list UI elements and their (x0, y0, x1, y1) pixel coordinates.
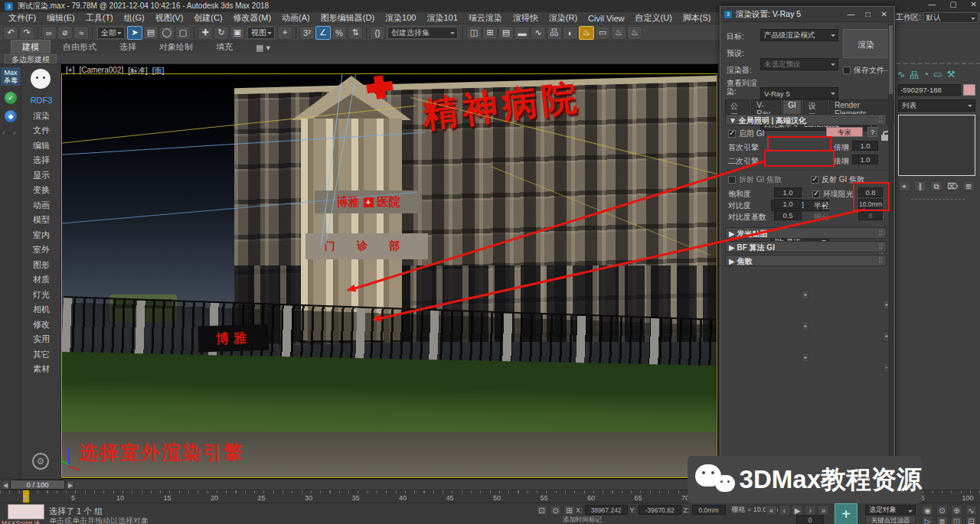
bind-spacewarp-icon[interactable]: ≈ (74, 26, 89, 40)
ribbon-tab-选择[interactable]: 选择 (109, 41, 147, 54)
angle-snap-icon[interactable]: ∠ (315, 26, 331, 40)
pin-stack-icon[interactable]: ⌖ (898, 181, 910, 191)
redo-icon[interactable]: ↷ (19, 26, 34, 40)
menu-item[interactable]: 渲染101 (421, 12, 462, 24)
modifier-stack-list[interactable] (898, 115, 975, 176)
previous-frame-icon[interactable]: ‹ (779, 505, 790, 516)
set-key-button[interactable]: + (835, 503, 858, 524)
selected-objects-dropdown[interactable]: 选定对象 (865, 505, 916, 515)
curve-editor-icon[interactable]: ∿ (531, 26, 546, 40)
viewport-menu-label[interactable]: [+] (66, 66, 74, 76)
multiplier1-field[interactable]: 1.0 (852, 141, 878, 151)
sidebar-item-灯光[interactable]: 灯光 (21, 288, 61, 303)
auto-key-icon[interactable]: ◉ (922, 505, 933, 516)
dialog-close-button[interactable]: ✕ (881, 10, 887, 18)
menu-item[interactable]: 渲染100 (380, 12, 421, 24)
play-icon[interactable]: ▶ (792, 505, 803, 516)
contrast-spinner[interactable] (802, 321, 808, 331)
menu-item[interactable]: 渲得快 (508, 12, 544, 24)
sidebar-item-材质[interactable]: 材质 (21, 272, 61, 288)
dialog-scrollbar[interactable] (888, 24, 893, 487)
multiplier2-field[interactable]: 1.0 (852, 155, 878, 164)
menu-item[interactable]: 工具(T) (80, 12, 119, 24)
move-icon[interactable]: ✚ (198, 26, 213, 40)
ribbon-tab-对象绘制[interactable]: 对象绘制 (149, 41, 204, 54)
contrast-field[interactable]: 1.0 (774, 199, 802, 209)
maximize-viewport-icon[interactable]: ⊡ (965, 516, 977, 524)
menu-item[interactable]: 文件(F) (3, 12, 41, 24)
key-filters-button[interactable]: 关键点过滤器 (865, 516, 916, 524)
selection-lock-icon[interactable]: ⊙ (550, 505, 561, 516)
configure-modifier-sets-icon[interactable]: ≣ (962, 181, 975, 191)
scale-icon[interactable]: ▣ (230, 26, 245, 40)
ribbon-tab-填充[interactable]: 填充 (205, 41, 243, 54)
selection-region-icon[interactable]: ◯ (159, 26, 175, 40)
mini-curve-editor-icon[interactable]: ∿ (965, 505, 977, 516)
time-slider-grip[interactable]: 0 / 100 (10, 480, 65, 490)
maxscript-mini-listener[interactable] (8, 504, 44, 519)
go-to-end-icon[interactable]: » (818, 505, 829, 516)
restore-button[interactable]: ▢ (949, 0, 956, 8)
camera-viewport[interactable]: [+][Camera002][标准][面] 精神病院 博雅 + 医院 门 诊 部… (61, 64, 718, 479)
menu-item[interactable]: 创建(C) (188, 12, 227, 24)
sidebar-item-变换[interactable]: 变换 (21, 183, 61, 198)
sidebar-item-素材[interactable]: 素材 (21, 362, 61, 377)
add-time-tag[interactable]: 添加时间标记 (563, 516, 602, 524)
go-to-start-icon[interactable]: « (766, 505, 777, 516)
contrast-base-field[interactable]: 0.5 (774, 210, 802, 220)
ribbon-toggle-icon[interactable]: ▬ (514, 26, 530, 40)
window-crossing-icon[interactable]: ▢ (175, 26, 191, 40)
ribbon-overflow-icon[interactable]: ▦ ▾ (245, 42, 281, 54)
ribbon-tab-自由形式[interactable]: 自由形式 (52, 41, 107, 54)
edit-named-selection-icon[interactable]: {} (370, 26, 385, 40)
shield-icon[interactable]: ◆ (5, 110, 17, 122)
object-name-field[interactable]: -590297-188 (898, 84, 961, 96)
mirror-icon[interactable]: ◫ (466, 26, 482, 40)
sidebar-item-室外[interactable]: 室外 (21, 242, 61, 258)
saturation-field[interactable]: 1.0 (774, 187, 802, 197)
select-object-icon[interactable]: ➤ (127, 26, 142, 40)
align-icon[interactable]: ⊞ (482, 26, 498, 40)
schematic-view-icon[interactable]: 品 (547, 26, 562, 40)
save-file-checkbox[interactable]: 保存文件 (843, 65, 884, 76)
modify-tab-icon[interactable]: ∿ (897, 69, 905, 82)
expert-mode-button[interactable]: 专家 (826, 127, 863, 137)
current-frame-field[interactable]: 0 (796, 515, 824, 524)
menu-item[interactable]: 渲染(R) (544, 12, 583, 24)
sidebar-item-显示[interactable]: 显示 (21, 168, 61, 184)
select-link-icon[interactable]: ∞ (41, 26, 57, 40)
polygon-modeling-button[interactable]: 多边形建模 (5, 54, 57, 63)
menu-item[interactable]: 视图(V) (150, 12, 189, 24)
dialog-minimize-button[interactable]: — (848, 10, 855, 18)
use-pivot-icon[interactable]: ⌖ (277, 26, 292, 40)
hierarchy-tab-icon[interactable]: 品 (910, 69, 919, 82)
reference-coordinate-dropdown[interactable]: 视图 (247, 27, 275, 39)
next-frame-icon[interactable]: › (805, 505, 816, 516)
sidebar-item-相机[interactable]: 相机 (21, 302, 61, 317)
plugin-logo-icon[interactable] (31, 69, 51, 89)
subdivs-field[interactable]: 8 (858, 210, 883, 220)
plugin-settings-gear-icon[interactable]: ⚙ (32, 453, 49, 470)
minimize-button[interactable]: — (928, 0, 936, 8)
menu-item[interactable]: 动画(A) (276, 12, 315, 24)
make-unique-icon[interactable]: ⧉ (930, 181, 942, 191)
menu-item[interactable]: 图形编辑器(D) (315, 12, 380, 24)
preset-dropdown[interactable]: 未选定预设 (760, 58, 838, 70)
sidebar-item-选择[interactable]: 选择 (21, 153, 61, 168)
sidebar-item-修改[interactable]: 修改 (21, 317, 61, 333)
render-button[interactable]: 渲染 (843, 29, 889, 58)
sidebar-item-RDF3[interactable]: RDF3 (21, 93, 61, 109)
rendered-frame-icon[interactable]: ▭ (595, 26, 610, 40)
ribbon-tab-建模[interactable]: 建模 (11, 40, 51, 54)
sidebar-item-实用[interactable]: 实用 (21, 332, 61, 347)
x-coordinate-field[interactable]: 38967.242 (585, 505, 628, 515)
viewport-shading-label[interactable]: [面] (152, 66, 165, 76)
motion-tab-icon[interactable]: ◔ (923, 69, 929, 82)
render-setup-icon[interactable]: ♨ (579, 26, 594, 40)
rollout-焦散[interactable]: ▶ 焦散⁞⁞ (725, 255, 887, 266)
render-iterative-icon[interactable]: ♨ (627, 26, 642, 40)
sidebar-item-动画[interactable]: 动画 (21, 198, 61, 213)
z-coordinate-field[interactable]: 0.0mm (692, 505, 726, 515)
rollout-BF 算法 GI[interactable]: ▶ BF 算法 GI⁞⁞ (725, 241, 887, 252)
viewport-style-label[interactable]: [标准] (128, 66, 148, 76)
